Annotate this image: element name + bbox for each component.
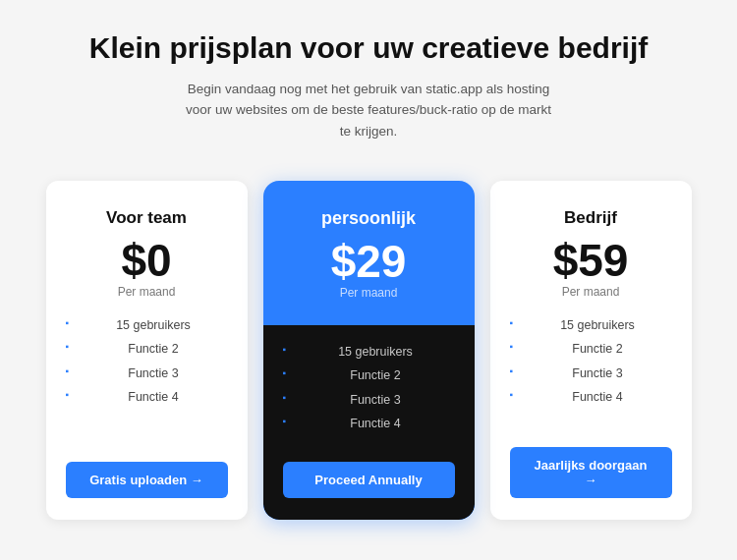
card-team-title: Voor team <box>106 208 187 228</box>
card-personal-period: Per maand <box>340 286 398 300</box>
feature-item: Functie 2 <box>510 340 672 358</box>
feature-item: Functie 4 <box>283 415 455 432</box>
business-cta-button[interactable]: Jaarlijks doorgaan → <box>510 447 672 498</box>
card-team-price: $0 <box>121 238 171 283</box>
team-cta-button[interactable]: Gratis uploaden → <box>66 462 228 498</box>
card-business-features: 15 gebruikers Functie 2 Functie 3 Functi… <box>510 316 672 412</box>
card-personal-title: persoonlijk <box>321 208 416 229</box>
card-personal-bottom: 15 gebruikers Functie 2 Functie 3 Functi… <box>263 325 475 520</box>
feature-item: Functie 3 <box>283 391 455 409</box>
card-business: Bedrijf $59 Per maand 15 gebruikers Func… <box>490 181 692 520</box>
feature-item: Functie 3 <box>66 364 228 382</box>
feature-item: Functie 2 <box>283 366 455 384</box>
card-team-period: Per maand <box>118 285 176 299</box>
card-personal-price: $29 <box>331 239 407 284</box>
card-personal-features: 15 gebruikers Functie 2 Functie 3 Functi… <box>283 343 455 438</box>
card-business-title: Bedrijf <box>564 208 617 228</box>
feature-item: Functie 3 <box>510 364 672 382</box>
card-personal-top: persoonlijk $29 Per maand <box>321 208 416 309</box>
feature-item: 15 gebruikers <box>510 316 672 334</box>
feature-item: Functie 2 <box>66 340 228 358</box>
personal-cta-button[interactable]: Proceed Annually <box>283 462 455 498</box>
card-team-features: 15 gebruikers Functie 2 Functie 3 Functi… <box>66 316 228 412</box>
card-business-period: Per maand <box>562 285 620 299</box>
card-business-price: $59 <box>553 238 629 283</box>
page-wrapper: Klein prijsplan voor uw creatieve bedrij… <box>0 0 737 560</box>
feature-item: Functie 4 <box>66 388 228 406</box>
header: Klein prijsplan voor uw creatieve bedrij… <box>89 29 649 141</box>
cards-container: Voor team $0 Per maand 15 gebruikers Fun… <box>20 181 717 520</box>
card-personal: persoonlijk $29 Per maand 15 gebruikers … <box>263 181 475 520</box>
feature-item: 15 gebruikers <box>66 316 228 334</box>
card-team: Voor team $0 Per maand 15 gebruikers Fun… <box>46 181 248 520</box>
page-subtitle: Begin vandaag nog met het gebruik van st… <box>182 79 555 142</box>
feature-item: 15 gebruikers <box>283 343 455 361</box>
feature-item: Functie 4 <box>510 388 672 406</box>
page-title: Klein prijsplan voor uw creatieve bedrij… <box>89 29 649 67</box>
